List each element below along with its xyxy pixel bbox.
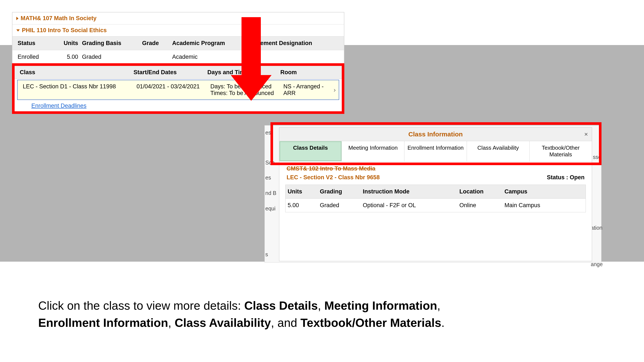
dhdr-location: Location <box>460 188 504 195</box>
class-table-header: Class Start/End Dates Days and Times Roo… <box>14 66 342 79</box>
hdr-status: Status <box>18 40 60 46</box>
val-grading: Graded <box>82 54 142 60</box>
section-status: Status : Open <box>547 174 584 181</box>
step-text: Click on the class to view more details:… <box>38 296 444 332</box>
hdr-grade: Grade <box>142 40 172 46</box>
instruction-caption: Click on the class to view more details:… <box>32 296 612 332</box>
caption-pre: Click on the class to view more details: <box>38 299 244 312</box>
modal-header: Class Information × <box>279 128 592 141</box>
highlighted-class-block: Class Start/End Dates Days and Times Roo… <box>12 63 344 114</box>
d-units: 5.00 <box>288 202 320 209</box>
details-data-row: 5.00 Graded Optional - F2F or OL Online … <box>286 199 586 212</box>
class-row-clickable[interactable]: LEC - Section D1 - Class Nbr 11998 01/04… <box>17 80 339 100</box>
course-row-phil110[interactable]: PHIL 110 Intro To Social Ethics <box>12 24 344 36</box>
dhdr-grading: Grading <box>320 188 363 195</box>
bg-text: ation <box>591 225 602 231</box>
caption-c3: , <box>168 316 175 330</box>
course-row-math107[interactable]: MATH& 107 Math In Society <box>12 12 344 24</box>
bg-text: ange <box>591 261 603 267</box>
hdr-dates: Start/End Dates <box>134 69 207 76</box>
modal-title: Class Information <box>408 131 462 138</box>
schedule-panel: MATH& 107 Math In Society PHIL 110 Intro… <box>12 12 344 114</box>
status-table-row: Enrolled 5.00 Graded Academic <box>12 50 344 64</box>
caption-b4: Class Availability <box>175 316 271 330</box>
dhdr-campus: Campus <box>504 188 584 195</box>
section-label: LEC - Section V2 - Class Nbr 9658 <box>286 174 380 181</box>
bg-text: nd B <box>265 190 276 196</box>
caption-c4: , and <box>271 316 300 330</box>
collapse-icon <box>16 29 20 31</box>
hdr-grading: Grading Basis <box>82 40 142 46</box>
d-campus: Main Campus <box>504 202 584 209</box>
tab-meeting-information[interactable]: Meeting Information <box>342 141 404 161</box>
dhdr-units: Units <box>288 188 320 195</box>
bg-text: Sch <box>265 160 274 166</box>
expand-icon <box>16 17 18 20</box>
caption-b3: Enrollment Information <box>38 316 168 330</box>
enrollment-deadlines-link[interactable]: Enrollment Deadlines <box>14 101 86 110</box>
bg-text: es <box>265 175 271 181</box>
hdr-units: Units <box>60 40 82 46</box>
tab-enrollment-information[interactable]: Enrollment Information <box>404 141 467 161</box>
dhdr-instruction: Instruction Mode <box>363 188 460 195</box>
red-arrow-annotation <box>231 17 272 101</box>
section-status-row: LEC - Section V2 - Class Nbr 9658 Status… <box>279 172 592 185</box>
bg-text: sse <box>593 154 601 160</box>
val-grade <box>142 54 172 60</box>
bg-text: es <box>265 129 271 136</box>
caption-b5: Textbook/Other Materials <box>300 316 441 330</box>
d-grading: Graded <box>320 202 363 209</box>
tab-textbook-materials[interactable]: Textbook/Other Materials <box>530 141 592 161</box>
status-table-header: Status Units Grading Basis Grade Academi… <box>12 36 344 50</box>
caption-c5: . <box>441 316 444 330</box>
class-information-modal: Class Information × Class Details Meetin… <box>279 127 592 261</box>
course-link-label: MATH& 107 Math In Society <box>20 15 96 22</box>
tab-class-details[interactable]: Class Details <box>279 141 342 161</box>
class-details-table: Units Grading Instruction Mode Location … <box>285 185 586 212</box>
caption-c1: , <box>318 299 324 312</box>
bg-text: s <box>265 251 268 258</box>
val-dates: 01/04/2021 - 03/24/2021 <box>136 83 210 96</box>
hdr-class: Class <box>20 69 134 76</box>
caption-b2: Meeting Information <box>324 299 437 312</box>
hdr-room: Room <box>280 69 336 76</box>
tab-class-availability[interactable]: Class Availability <box>467 141 529 161</box>
bg-text: equi <box>265 205 276 212</box>
caption-b1: Class Details <box>244 299 318 312</box>
details-header-row: Units Grading Instruction Mode Location … <box>286 185 586 199</box>
val-status: Enrolled <box>18 54 60 60</box>
course-link-label: PHIL 110 Intro To Social Ethics <box>22 27 107 34</box>
d-instruction: Optional - F2F or OL <box>363 202 460 209</box>
val-class: LEC - Section D1 - Class Nbr 11998 <box>23 83 136 96</box>
modal-tabs: Class Details Meeting Information Enroll… <box>279 141 592 161</box>
caption-c2: , <box>437 299 440 312</box>
close-icon[interactable]: × <box>584 131 588 138</box>
chevron-right-icon: › <box>334 86 336 93</box>
val-units: 5.00 <box>60 54 82 60</box>
val-room: NS - Arranged - ARR <box>283 83 334 96</box>
d-location: Online <box>460 202 504 209</box>
previous-course-label: CMST& 102 Intro To Mass Media <box>279 161 592 172</box>
